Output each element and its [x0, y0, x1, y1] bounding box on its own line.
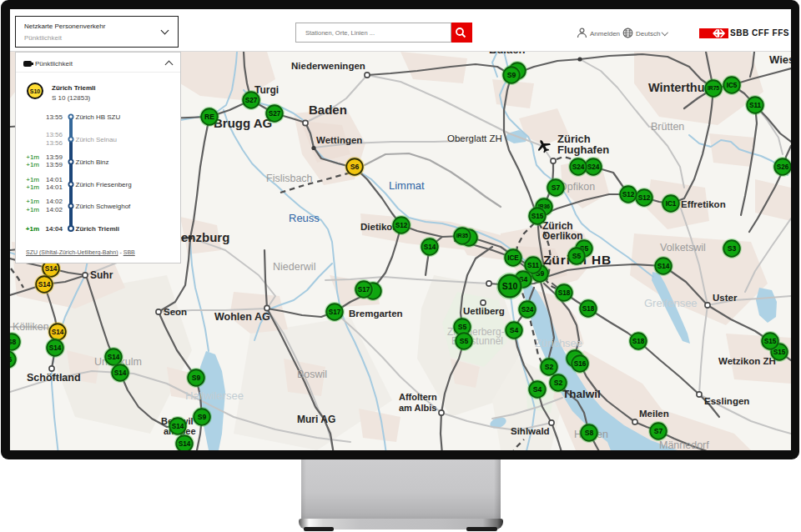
svg-text:S5: S5	[460, 337, 469, 345]
svg-text:Affoltern: Affoltern	[399, 392, 437, 402]
svg-text:S6: S6	[350, 163, 360, 171]
svg-text:am Albis: am Albis	[399, 403, 436, 413]
svg-text:Niederwil: Niederwil	[273, 261, 315, 273]
svg-text:Schöftland: Schöftland	[27, 372, 81, 384]
svg-text:S5: S5	[572, 252, 582, 260]
svg-text:ICE: ICE	[507, 254, 519, 262]
svg-text:S6: S6	[10, 355, 12, 364]
svg-text:S9: S9	[507, 71, 516, 79]
svg-text:S2: S2	[554, 379, 563, 387]
svg-text:S24: S24	[521, 306, 534, 314]
svg-text:S12: S12	[638, 194, 651, 202]
svg-text:S14: S14	[52, 329, 64, 336]
svg-text:S7: S7	[654, 427, 663, 435]
svg-text:Brütten: Brütten	[651, 121, 684, 133]
svg-text:Esslingen: Esslingen	[704, 396, 749, 406]
svg-text:Reuss: Reuss	[289, 212, 320, 224]
svg-text:Effretikon: Effretikon	[681, 199, 726, 209]
svg-text:Boswil: Boswil	[297, 369, 327, 380]
svg-text:S14: S14	[49, 344, 62, 352]
svg-text:S24: S24	[572, 163, 585, 171]
svg-text:Oerlikon: Oerlikon	[542, 230, 583, 242]
svg-text:IR75: IR75	[708, 85, 719, 91]
svg-text:Winterthur: Winterthur	[648, 81, 710, 94]
svg-text:S18: S18	[558, 289, 571, 297]
svg-text:S12: S12	[622, 191, 635, 198]
svg-text:S17: S17	[358, 286, 370, 294]
svg-text:S4: S4	[533, 385, 542, 394]
svg-text:Uetliberg: Uetliberg	[463, 306, 505, 316]
svg-text:S10: S10	[502, 281, 518, 291]
svg-text:S16: S16	[574, 360, 587, 368]
svg-text:S11: S11	[749, 102, 762, 109]
svg-text:S14: S14	[38, 281, 51, 289]
svg-text:S5: S5	[458, 323, 467, 331]
svg-text:S14: S14	[114, 369, 127, 377]
svg-text:Wetzikon ZH: Wetzikon ZH	[718, 356, 776, 366]
svg-text:Niederweningen: Niederweningen	[291, 61, 365, 71]
svg-text:enzburg: enzburg	[181, 230, 229, 244]
svg-text:Wettingen: Wettingen	[316, 135, 362, 145]
svg-text:Meilen: Meilen	[639, 409, 669, 419]
svg-text:S14: S14	[424, 243, 436, 251]
svg-text:S8: S8	[585, 429, 594, 437]
svg-text:IR35: IR35	[456, 233, 468, 238]
svg-text:RE: RE	[204, 113, 214, 121]
svg-text:Flughafen: Flughafen	[557, 143, 609, 156]
svg-text:Bülach: Bülach	[489, 52, 525, 56]
svg-text:S15: S15	[531, 213, 544, 220]
svg-text:S15: S15	[773, 349, 786, 356]
svg-text:S17: S17	[329, 309, 341, 316]
svg-text:S7: S7	[552, 183, 561, 192]
svg-text:Fislisbach: Fislisbach	[266, 173, 313, 184]
svg-text:S14: S14	[172, 423, 184, 430]
svg-text:S26: S26	[777, 163, 789, 171]
svg-text:S9: S9	[198, 413, 207, 421]
svg-text:Greifensee: Greifensee	[644, 297, 698, 309]
svg-text:S3: S3	[728, 244, 737, 253]
svg-text:S14: S14	[657, 263, 670, 270]
svg-text:S27: S27	[245, 97, 258, 104]
svg-text:S18: S18	[582, 305, 595, 313]
svg-text:S14: S14	[108, 354, 120, 361]
svg-text:Brugg AG: Brugg AG	[214, 116, 272, 130]
svg-text:Suhr: Suhr	[90, 269, 113, 281]
svg-text:Uster: Uster	[713, 293, 738, 303]
svg-text:S9: S9	[192, 374, 201, 382]
svg-text:IC5: IC5	[727, 82, 738, 89]
svg-text:S15: S15	[764, 338, 777, 345]
svg-text:S18: S18	[632, 338, 645, 345]
svg-text:Hallwilersee: Hallwilersee	[185, 389, 244, 402]
svg-text:S12: S12	[395, 222, 408, 229]
svg-text:Sihlwald: Sihlwald	[511, 426, 550, 436]
svg-text:Thalwil: Thalwil	[562, 388, 601, 400]
svg-text:S27: S27	[269, 110, 281, 118]
svg-text:Oberglatt ZH: Oberglatt ZH	[447, 133, 502, 143]
svg-text:S14: S14	[45, 265, 58, 273]
svg-text:Wiese: Wiese	[769, 53, 791, 66]
svg-text:S2: S2	[545, 363, 554, 371]
svg-text:S11: S11	[527, 262, 540, 269]
svg-text:Baden: Baden	[309, 103, 347, 117]
svg-text:Kölliken: Kölliken	[13, 321, 49, 333]
svg-text:S4: S4	[510, 326, 519, 334]
svg-text:IC1: IC1	[666, 200, 677, 208]
svg-text:Seon: Seon	[164, 307, 187, 317]
svg-text:Zürichsee: Zürichsee	[535, 337, 582, 349]
svg-text:S8: S8	[10, 338, 16, 346]
svg-text:Limmat: Limmat	[389, 179, 425, 192]
svg-text:Volketswil: Volketswil	[660, 242, 706, 253]
svg-text:S14: S14	[179, 440, 191, 448]
svg-text:Männedorf: Männedorf	[659, 439, 709, 450]
svg-text:Muri AG: Muri AG	[297, 414, 335, 425]
svg-text:Bremgarten: Bremgarten	[349, 309, 403, 319]
svg-text:S24: S24	[587, 163, 600, 171]
svg-text:Wohlen AG: Wohlen AG	[214, 311, 270, 323]
